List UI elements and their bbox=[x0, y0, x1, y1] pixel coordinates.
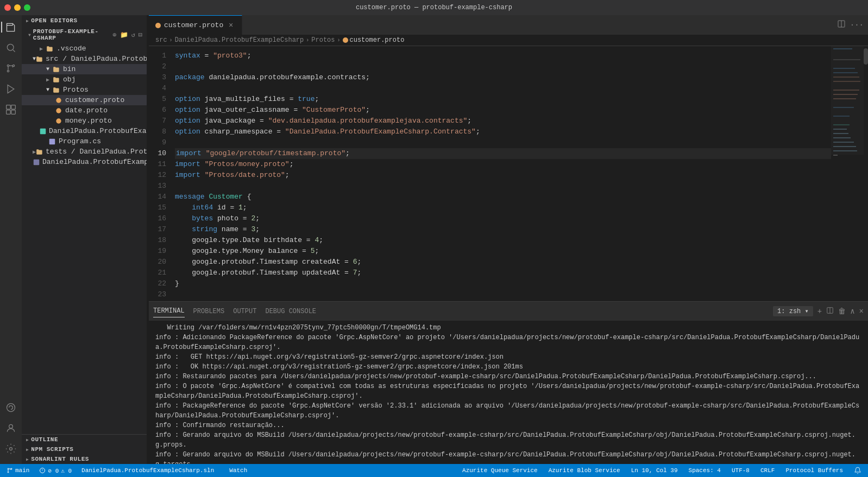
explorer-activity-icon[interactable] bbox=[1, 17, 21, 37]
sonarlint-rules-header[interactable]: ▶ SONARLINT RULES bbox=[22, 454, 147, 464]
code-line-5: option java_multiple_files = true; bbox=[175, 94, 831, 105]
notifications-status[interactable] bbox=[852, 464, 864, 477]
tree-item-bin[interactable]: ▼ bin bbox=[22, 64, 147, 74]
tree-item-protos[interactable]: ▼ Protos bbox=[22, 85, 147, 95]
account-activity-icon[interactable] bbox=[1, 418, 21, 438]
refresh-icon[interactable]: ↺ bbox=[131, 31, 135, 39]
code-line-11: import "Protos/money.proto"; bbox=[175, 159, 831, 170]
tab-close-button[interactable]: × bbox=[227, 21, 235, 30]
shell-selector[interactable]: 1: zsh ▾ bbox=[773, 306, 813, 316]
close-panel-icon[interactable]: 🗑 bbox=[838, 307, 846, 316]
more-actions-icon[interactable]: ··· bbox=[850, 21, 864, 29]
ln2: 2 bbox=[149, 61, 171, 72]
svg-point-43 bbox=[8, 468, 9, 469]
outline-header[interactable]: ▶ OUTLINE bbox=[22, 435, 147, 444]
ln4: 4 bbox=[149, 83, 171, 94]
tree-item-customer-proto[interactable]: customer.proto bbox=[22, 95, 147, 105]
ln7: 7 bbox=[149, 116, 171, 126]
tree-item-date-proto[interactable]: date.proto bbox=[22, 105, 147, 116]
tree-item-tests[interactable]: ▶ tests / DanielPadua.ProtobufExampleCsh… bbox=[22, 147, 147, 157]
tree-item-csproj[interactable]: DanielPadua.ProtobufExampleCsharp.csproj bbox=[22, 126, 147, 136]
tab-customer-proto[interactable]: customer.proto × bbox=[149, 15, 242, 35]
code-content[interactable]: syntax = "proto3"; package danielpadua.p… bbox=[171, 46, 831, 301]
title-bar: customer.proto — protobuf-example-csharp bbox=[0, 0, 868, 15]
split-terminal-icon[interactable] bbox=[826, 307, 834, 316]
terminal-tab-terminal[interactable]: TERMINAL bbox=[153, 305, 185, 317]
breadcrumb-src[interactable]: src bbox=[155, 36, 167, 44]
terminal-tab-debug[interactable]: DEBUG CONSOLE bbox=[265, 306, 316, 317]
svg-point-9 bbox=[7, 404, 15, 412]
tree-item-sln[interactable]: DanielPadua.ProtobufExampleCsharp.sln bbox=[22, 157, 147, 167]
terminal-content[interactable]: Writing /var/folders/mw/rn1v4pzn2075tynv… bbox=[149, 321, 868, 464]
maximize-button[interactable] bbox=[24, 4, 30, 11]
editor-scrollbar-thumb[interactable] bbox=[864, 48, 868, 65]
npm-scripts-header[interactable]: ▶ NPM SCRIPTS bbox=[22, 444, 147, 454]
status-bar: main ⊘ 0 ⚠ 0 DanielPadua.ProtobufExample… bbox=[0, 464, 868, 477]
ln5: 5 bbox=[149, 94, 171, 105]
terminal-line-1: Writing /var/folders/mw/rn1v4pzn2075tynv… bbox=[155, 323, 861, 333]
language-mode-status[interactable]: Protocol Buffers bbox=[783, 464, 845, 477]
minimize-button[interactable] bbox=[14, 4, 21, 11]
breadcrumb-file-icon bbox=[343, 37, 348, 43]
code-line-12: import "Protos/date.proto"; bbox=[175, 170, 831, 181]
breadcrumb-customer-proto[interactable]: customer.proto bbox=[350, 36, 405, 44]
code-line-14: message Customer { bbox=[175, 192, 831, 202]
source-control-activity-icon[interactable] bbox=[1, 59, 21, 78]
project-root-header[interactable]: ▼ PROTOBUF-EXAMPLE-CSHARP bbox=[28, 28, 112, 41]
encoding-status[interactable]: UTF-8 bbox=[729, 464, 752, 477]
editor-scrollbar[interactable] bbox=[864, 46, 868, 301]
breadcrumb-danielpadua[interactable]: DanielPadua.ProtobufExampleCsharp bbox=[175, 36, 304, 44]
cursor-position-status[interactable]: Ln 10, Col 39 bbox=[629, 464, 680, 477]
add-terminal-icon[interactable]: + bbox=[817, 307, 822, 316]
settings-activity-icon[interactable] bbox=[1, 439, 21, 459]
spaces-status[interactable]: Spaces: 4 bbox=[687, 464, 723, 477]
terminal-line-9: info : Gerando arquivo do MSBuild /Users… bbox=[155, 430, 861, 450]
encoding-text: UTF-8 bbox=[732, 467, 750, 474]
terminal-line-5: info : Restaurando pacotes para /Users/d… bbox=[155, 372, 861, 381]
extensions-activity-icon[interactable] bbox=[1, 100, 21, 119]
bin-label: bin bbox=[63, 65, 76, 73]
new-folder-icon[interactable]: 📁 bbox=[120, 31, 128, 39]
new-file-icon[interactable]: ⊕ bbox=[112, 31, 116, 39]
line-numbers: 1 2 3 4 5 6 7 8 9 10 11 12 13 14 15 16 1 bbox=[149, 46, 171, 301]
tab-file-icon bbox=[155, 23, 161, 28]
close-terminal-icon[interactable]: × bbox=[859, 307, 864, 316]
search-activity-icon[interactable] bbox=[1, 38, 21, 58]
terminal-tab-problems[interactable]: PROBLEMS bbox=[193, 306, 225, 317]
spaces-text: Spaces: 4 bbox=[689, 467, 721, 474]
open-editors-header[interactable]: ▶ OPEN EDITORS bbox=[22, 15, 147, 26]
tree-item-src[interactable]: ▼ src / DanielPadua.ProtobufExampleCshar… bbox=[22, 54, 147, 64]
terminal-tab-output[interactable]: OUTPUT bbox=[233, 306, 256, 317]
git-branch-status[interactable]: main bbox=[4, 464, 32, 477]
collapse-all-icon[interactable]: ⊟ bbox=[139, 31, 142, 39]
terminal-line-8: info : Confirmando restauração... bbox=[155, 421, 861, 430]
split-editor-icon[interactable] bbox=[837, 20, 846, 30]
breadcrumb-protos[interactable]: Protos bbox=[311, 36, 335, 44]
ln13: 13 bbox=[149, 181, 171, 192]
ln17: 17 bbox=[149, 224, 171, 235]
svg-marker-4 bbox=[8, 85, 14, 93]
tree-item-money-proto[interactable]: money.proto bbox=[22, 116, 147, 126]
line-ending-status[interactable]: CRLF bbox=[758, 464, 777, 477]
terminal-line-7: info : PackageReference do pacote 'Grpc.… bbox=[155, 401, 861, 421]
sidebar: ▶ OPEN EDITORS ▼ PROTOBUF-EXAMPLE-CSHARP… bbox=[22, 15, 147, 464]
run-activity-icon[interactable] bbox=[1, 79, 21, 99]
tree-item-program-cs[interactable]: Program.cs bbox=[22, 136, 147, 147]
code-editor[interactable]: 1 2 3 4 5 6 7 8 9 10 11 12 13 14 15 16 1 bbox=[149, 46, 868, 301]
maximize-panel-icon[interactable]: ∧ bbox=[850, 307, 854, 316]
code-line-1: syntax = "proto3"; bbox=[175, 50, 831, 61]
activity-bar-bottom bbox=[1, 398, 21, 464]
ln1: 1 bbox=[149, 50, 171, 61]
code-line-17: string name = 3; bbox=[175, 224, 831, 235]
errors-status[interactable]: ⊘ 0 ⚠ 0 bbox=[37, 464, 74, 477]
close-button[interactable] bbox=[4, 4, 11, 11]
azurite-queue-status[interactable]: Azurite Queue Service bbox=[460, 464, 540, 477]
azurite-blob-status[interactable]: Azurite Blob Service bbox=[546, 464, 622, 477]
code-line-9 bbox=[175, 137, 831, 148]
project-status[interactable]: DanielPadua.ProtobufExampleCsharp.sln bbox=[79, 464, 216, 477]
sonarlint-activity-icon[interactable] bbox=[1, 398, 21, 417]
tree-item-obj[interactable]: ▶ obj bbox=[22, 74, 147, 85]
azurite-blob-text: Azurite Blob Service bbox=[549, 467, 620, 474]
tree-item-vscode[interactable]: ▶ .vscode bbox=[22, 43, 147, 54]
watch-status[interactable]: Watch bbox=[227, 464, 249, 477]
